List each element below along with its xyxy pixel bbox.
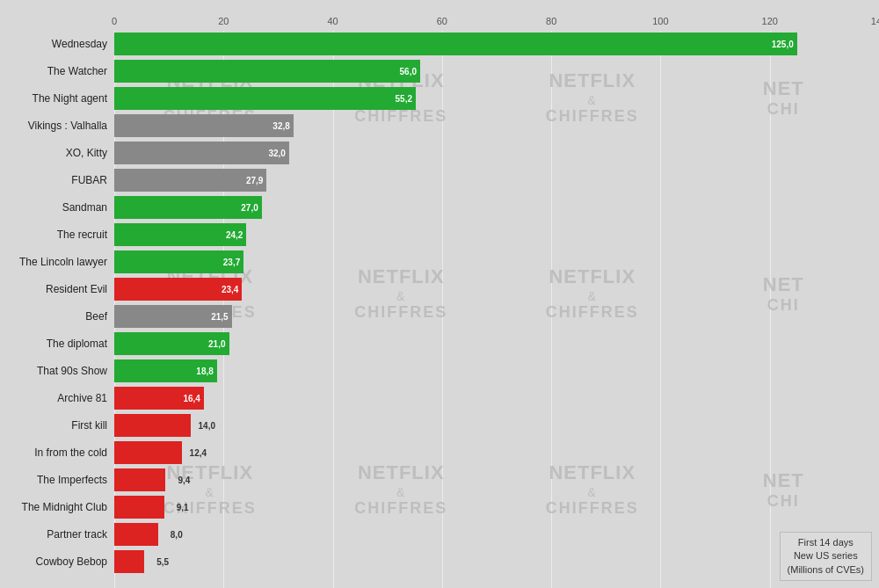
bar-label: FUBAR	[0, 174, 114, 186]
bar-row: Partner track8,0	[0, 521, 879, 548]
bar-fill: 14,0	[114, 414, 191, 437]
bar-label: The diplomat	[0, 338, 114, 350]
bar-value: 27,9	[246, 176, 263, 185]
bar-fill: 24,2	[114, 223, 246, 246]
bar-fill: 5,5	[114, 550, 144, 573]
bar-value: 21,5	[211, 312, 228, 322]
bar-fill: 56,0	[114, 60, 420, 83]
bar-value: 8,0	[171, 530, 183, 540]
bar-row: First kill14,0	[0, 412, 879, 439]
bar-track: 9,1	[114, 497, 879, 517]
bar-label: Resident Evil	[0, 283, 114, 295]
bar-fill: 9,4	[114, 468, 165, 491]
bar-fill: 27,9	[114, 169, 266, 192]
bar-track: 21,5	[114, 307, 879, 326]
bar-track: 125,0	[114, 34, 879, 54]
bar-row: The Imperfects9,4	[0, 467, 879, 493]
bar-fill: 125,0	[114, 33, 797, 55]
bar-value: 32,8	[272, 121, 289, 131]
bar-row: Beef21,5	[0, 303, 879, 330]
bar-row: The diplomat21,0	[0, 330, 879, 357]
bar-label: XO, Kitty	[0, 147, 114, 159]
bar-label: The Midnight Club	[0, 501, 114, 513]
bar-label: Wednesday	[0, 38, 114, 50]
bar-fill: 12,4	[114, 441, 182, 464]
bar-track: 16,4	[114, 388, 879, 408]
bar-fill: 21,0	[114, 332, 229, 355]
bar-row: Sandman27,0	[0, 194, 879, 221]
bar-fill: 32,0	[114, 142, 289, 164]
bar-label: Partner track	[0, 528, 114, 541]
bar-value: 125,0	[772, 40, 794, 49]
bar-label: The recruit	[0, 229, 114, 241]
bar-track: 56,0	[114, 62, 879, 81]
bar-label: First kill	[0, 419, 114, 432]
x-tick-140: 140	[871, 16, 879, 26]
bar-value: 27,0	[241, 203, 258, 213]
bar-track: 8,0	[114, 525, 879, 544]
bar-label: Archive 81	[0, 392, 114, 404]
bar-value: 56,0	[400, 67, 417, 76]
bar-value: 14,0	[199, 421, 215, 431]
bar-label: Sandman	[0, 201, 114, 214]
bar-row: Wednesday125,0	[0, 31, 879, 57]
bar-value: 21,0	[208, 339, 225, 349]
bar-track: 24,2	[114, 225, 879, 244]
bar-track: 23,7	[114, 252, 879, 272]
bar-row: In from the cold12,4	[0, 439, 879, 466]
bar-label: The Lincoln lawyer	[0, 256, 114, 268]
bar-track: 32,8	[114, 116, 879, 135]
bar-value: 18,8	[196, 367, 213, 376]
bar-fill: 16,4	[114, 387, 204, 410]
bar-row: Vikings : Valhalla32,8	[0, 113, 879, 139]
bar-fill: 8,0	[114, 523, 158, 546]
bar-row: The Midnight Club9,1	[0, 494, 879, 520]
bar-value: 24,2	[226, 230, 243, 240]
bar-value: 12,4	[190, 448, 207, 458]
bar-row: Cowboy Bebop5,5	[0, 548, 879, 575]
bar-label: That 90s Show	[0, 365, 114, 377]
bar-row: The Watcher56,0	[0, 58, 879, 84]
bar-track: 27,9	[114, 171, 879, 190]
bar-track: 12,4	[114, 443, 879, 462]
bar-fill: 18,8	[114, 359, 217, 382]
bar-value: 55,2	[396, 94, 412, 104]
x-tick-0: 0	[112, 16, 117, 26]
bar-row: That 90s Show18,8	[0, 358, 879, 384]
bar-row: The recruit24,2	[0, 221, 879, 248]
bar-track: 55,2	[114, 89, 879, 108]
bar-row: The Night agent55,2	[0, 85, 879, 112]
x-tick-80: 80	[546, 16, 556, 26]
bar-label: The Watcher	[0, 65, 114, 77]
bar-row: XO, Kitty32,0	[0, 140, 879, 166]
bar-fill: 23,4	[114, 278, 242, 301]
bar-track: 21,0	[114, 334, 879, 353]
bar-row: The Lincoln lawyer23,7	[0, 249, 879, 275]
bar-value: 32,0	[268, 149, 285, 158]
bar-value: 9,1	[177, 503, 189, 512]
bar-fill: 9,1	[114, 496, 164, 519]
legend-line2: New US series	[794, 550, 858, 561]
bar-track: 5,5	[114, 552, 879, 571]
bar-value: 5,5	[156, 557, 169, 567]
bar-track: 27,0	[114, 198, 879, 217]
bar-value: 23,7	[223, 258, 240, 267]
bar-row: FUBAR27,9	[0, 167, 879, 193]
legend-box: First 14 days New US series (Millions of…	[780, 532, 872, 581]
bar-label: Beef	[0, 310, 114, 323]
x-tick-100: 100	[652, 16, 668, 26]
bar-label: The Imperfects	[0, 474, 114, 486]
bar-value: 9,4	[178, 475, 191, 485]
bar-fill: 23,7	[114, 250, 243, 273]
bar-fill: 27,0	[114, 196, 262, 219]
bar-value: 16,4	[183, 394, 200, 403]
bar-track: 9,4	[114, 470, 879, 490]
bar-track: 14,0	[114, 416, 879, 435]
bar-label: The Night agent	[0, 92, 114, 105]
legend-line1: First 14 days	[798, 537, 854, 548]
chart-container: NETFLIX&CHIFFRES NETFLIX&CHIFFRES NETFLI…	[0, 0, 879, 588]
bar-fill: 21,5	[114, 305, 232, 328]
x-tick-120: 120	[762, 16, 778, 26]
bar-track: 23,4	[114, 279, 879, 299]
bar-value: 23,4	[222, 285, 238, 294]
